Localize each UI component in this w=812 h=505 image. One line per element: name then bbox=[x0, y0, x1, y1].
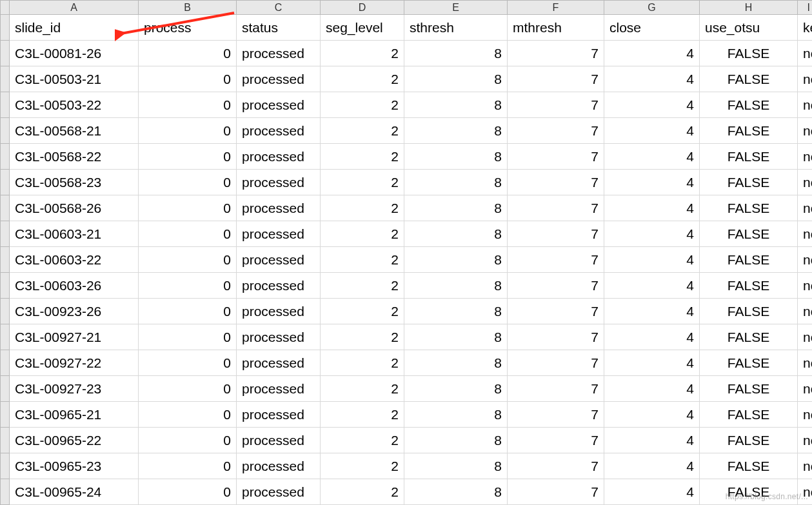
col-header-I[interactable]: I bbox=[798, 1, 813, 15]
cell[interactable]: processed bbox=[237, 376, 321, 402]
cell[interactable]: C3L-00568-22 bbox=[10, 144, 139, 170]
row-header[interactable] bbox=[1, 221, 10, 247]
row-header[interactable] bbox=[1, 273, 10, 299]
cell[interactable]: 8 bbox=[404, 350, 508, 376]
cell[interactable]: 4 bbox=[604, 350, 700, 376]
cell[interactable]: 4 bbox=[604, 144, 700, 170]
cell[interactable]: FALSE bbox=[700, 324, 798, 350]
col-header-G[interactable]: G bbox=[604, 1, 700, 15]
cell[interactable]: 8 bbox=[404, 66, 508, 92]
corner-cell[interactable] bbox=[1, 1, 10, 15]
cell[interactable]: 7 bbox=[508, 92, 604, 118]
cell[interactable]: 2 bbox=[321, 66, 404, 92]
cell[interactable]: 7 bbox=[508, 350, 604, 376]
cell[interactable]: no bbox=[798, 453, 813, 479]
cell[interactable]: C3L-00965-23 bbox=[10, 453, 139, 479]
cell[interactable]: no bbox=[798, 170, 813, 195]
cell[interactable]: 8 bbox=[404, 479, 508, 505]
cell[interactable]: 7 bbox=[508, 324, 604, 350]
row-header[interactable] bbox=[1, 324, 10, 350]
cell[interactable]: 4 bbox=[604, 428, 700, 453]
row-header[interactable] bbox=[1, 453, 10, 479]
cell[interactable]: C3L-00927-21 bbox=[10, 324, 139, 350]
cell[interactable]: FALSE bbox=[700, 376, 798, 402]
cell[interactable]: processed bbox=[237, 221, 321, 247]
row-header[interactable] bbox=[1, 92, 10, 118]
cell[interactable]: processed bbox=[237, 247, 321, 273]
cell[interactable]: C3L-00603-21 bbox=[10, 221, 139, 247]
cell[interactable]: C3L-00927-23 bbox=[10, 376, 139, 402]
cell[interactable]: 4 bbox=[604, 195, 700, 221]
cell[interactable]: 2 bbox=[321, 350, 404, 376]
col-header-E[interactable]: E bbox=[404, 1, 508, 15]
cell[interactable]: 0 bbox=[139, 479, 237, 505]
cell[interactable]: 8 bbox=[404, 324, 508, 350]
cell[interactable]: 8 bbox=[404, 453, 508, 479]
cell[interactable]: C3L-00927-22 bbox=[10, 350, 139, 376]
cell[interactable]: 2 bbox=[321, 273, 404, 299]
cell[interactable]: no bbox=[798, 195, 813, 221]
cell[interactable]: 7 bbox=[508, 170, 604, 195]
cell[interactable]: 4 bbox=[604, 376, 700, 402]
row-header[interactable] bbox=[1, 195, 10, 221]
cell[interactable]: 7 bbox=[508, 479, 604, 505]
cell[interactable]: processed bbox=[237, 402, 321, 428]
cell[interactable]: 7 bbox=[508, 402, 604, 428]
cell[interactable]: 4 bbox=[604, 324, 700, 350]
col-header-H[interactable]: H bbox=[700, 1, 798, 15]
cell[interactable]: FALSE bbox=[700, 66, 798, 92]
cell[interactable]: 7 bbox=[508, 299, 604, 324]
cell[interactable]: 2 bbox=[321, 144, 404, 170]
col-header-A[interactable]: A bbox=[10, 1, 139, 15]
cell[interactable]: no bbox=[798, 428, 813, 453]
cell[interactable]: processed bbox=[237, 350, 321, 376]
cell[interactable]: 4 bbox=[604, 479, 700, 505]
cell[interactable]: no bbox=[798, 324, 813, 350]
cell[interactable]: 2 bbox=[321, 453, 404, 479]
cell[interactable]: 4 bbox=[604, 402, 700, 428]
cell[interactable]: 8 bbox=[404, 41, 508, 66]
cell[interactable]: 4 bbox=[604, 221, 700, 247]
header-cell-I[interactable]: ke bbox=[798, 15, 813, 41]
cell[interactable]: 0 bbox=[139, 170, 237, 195]
cell[interactable]: 4 bbox=[604, 273, 700, 299]
col-header-D[interactable]: D bbox=[321, 1, 404, 15]
cell[interactable]: 8 bbox=[404, 92, 508, 118]
row-header[interactable] bbox=[1, 247, 10, 273]
cell[interactable]: processed bbox=[237, 170, 321, 195]
row-header[interactable] bbox=[1, 66, 10, 92]
cell[interactable]: 4 bbox=[604, 41, 700, 66]
cell[interactable]: 8 bbox=[404, 144, 508, 170]
cell[interactable]: C3L-00965-21 bbox=[10, 402, 139, 428]
cell[interactable]: 8 bbox=[404, 273, 508, 299]
cell[interactable]: 0 bbox=[139, 118, 237, 144]
header-cell-G[interactable]: close bbox=[604, 15, 700, 41]
header-cell-B[interactable]: process bbox=[139, 15, 237, 41]
cell[interactable]: C3L-00503-22 bbox=[10, 92, 139, 118]
cell[interactable]: FALSE bbox=[700, 221, 798, 247]
cell[interactable]: 0 bbox=[139, 247, 237, 273]
cell[interactable]: 7 bbox=[508, 453, 604, 479]
cell[interactable]: processed bbox=[237, 118, 321, 144]
row-header[interactable] bbox=[1, 402, 10, 428]
cell[interactable]: 0 bbox=[139, 92, 237, 118]
header-cell-A[interactable]: slide_id bbox=[10, 15, 139, 41]
cell[interactable]: C3L-00568-21 bbox=[10, 118, 139, 144]
cell[interactable]: processed bbox=[237, 273, 321, 299]
cell[interactable]: 0 bbox=[139, 453, 237, 479]
cell[interactable]: FALSE bbox=[700, 170, 798, 195]
cell[interactable]: no bbox=[798, 299, 813, 324]
cell[interactable]: C3L-00568-26 bbox=[10, 195, 139, 221]
header-cell-H[interactable]: use_otsu bbox=[700, 15, 798, 41]
cell[interactable]: 0 bbox=[139, 273, 237, 299]
cell[interactable]: processed bbox=[237, 479, 321, 505]
cell[interactable]: FALSE bbox=[700, 428, 798, 453]
cell[interactable]: FALSE bbox=[700, 92, 798, 118]
cell[interactable]: 0 bbox=[139, 144, 237, 170]
cell[interactable]: 7 bbox=[508, 195, 604, 221]
cell[interactable]: 8 bbox=[404, 195, 508, 221]
cell[interactable]: C3L-00603-26 bbox=[10, 273, 139, 299]
row-header[interactable] bbox=[1, 41, 10, 66]
cell[interactable]: 0 bbox=[139, 376, 237, 402]
row-header[interactable] bbox=[1, 299, 10, 324]
